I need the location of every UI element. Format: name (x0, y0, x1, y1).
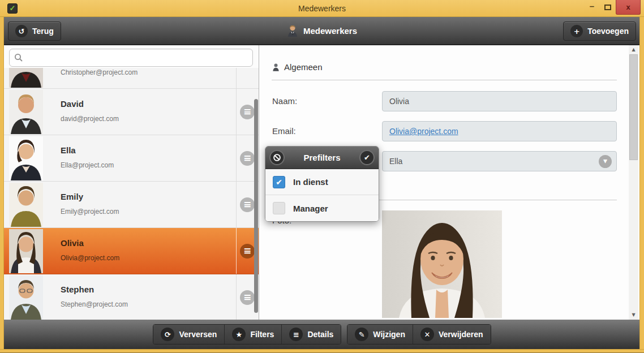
edit-button[interactable]: ✎ Wijzigen (347, 325, 413, 344)
email-field[interactable]: Olivia@project.com (382, 121, 617, 141)
section-header: Algemeen (272, 62, 323, 72)
back-button[interactable]: ↺ Terug (8, 21, 61, 41)
window-title: Medewerkers (0, 0, 644, 17)
details-label: Details (307, 330, 333, 339)
popup-header: Prefilters ✔ (265, 147, 379, 169)
window-frame-right (639, 17, 644, 353)
detail-scrollbar[interactable]: ▲ ▼ (629, 45, 638, 320)
list-actions-group: ⟳ Verversen ★ Filters ≡ Details (153, 324, 341, 345)
employee-email: Stephen@project.com (61, 300, 128, 308)
star-icon: ★ (232, 328, 246, 341)
list-item-stephen[interactable]: Stephen Stephen@project.com ≡ (4, 274, 259, 320)
add-button[interactable]: + Toevoegen (563, 21, 636, 41)
employee-email: Emily@project.com (61, 208, 119, 216)
employee-name: Stephen (61, 285, 94, 294)
refresh-button[interactable]: ⟳ Verversen (153, 325, 225, 344)
list-item-david[interactable]: David david@project.com ≡ (4, 89, 259, 135)
details-button[interactable]: ≡ Details (282, 325, 341, 344)
list-item-emily[interactable]: Emily Emily@project.com ≡ (4, 182, 259, 228)
naam-label: Naam: (272, 96, 297, 106)
checkbox-unchecked[interactable] (273, 202, 285, 214)
app-window: ✓ Medewerkers – x Medewerkers ↺ Terug + … (0, 0, 644, 353)
row-separator (236, 228, 237, 274)
chevron-down-icon: ▾ (599, 155, 612, 168)
confirm-icon[interactable]: ✔ (359, 150, 375, 165)
maximize-icon (604, 5, 611, 10)
option-manager[interactable]: Manager (265, 195, 379, 221)
checkbox-checked[interactable]: ✔ (273, 176, 285, 188)
employee-name: Emily (61, 192, 83, 201)
maximize-button[interactable] (600, 0, 616, 15)
scroll-down-icon[interactable]: ▼ (629, 311, 638, 320)
list-item-christopher[interactable]: Christopher Christopher@project.com ≡ (4, 68, 259, 89)
search-input[interactable] (27, 54, 248, 62)
row-menu-icon[interactable]: ≡ (240, 151, 255, 166)
window-frame-bottom (0, 349, 644, 353)
employee-name: David (61, 99, 84, 109)
employee-name: Ella (61, 145, 76, 155)
window-titlebar: ✓ Medewerkers – x (0, 0, 644, 17)
add-label: Toevoegen (587, 27, 629, 36)
detail-panel: Algemeen Naam: Olivia Email: Olivia@proj… (259, 45, 629, 320)
option-label: In dienst (293, 177, 328, 187)
pencil-icon: ✎ (355, 328, 368, 341)
close-button[interactable]: x (616, 0, 641, 15)
delete-button[interactable]: ✕ Verwijderen (413, 325, 491, 344)
cancel-icon[interactable] (269, 150, 285, 165)
section-title: Algemeen (284, 62, 323, 72)
naam-value: Olivia (389, 97, 409, 106)
minimize-button[interactable]: – (584, 0, 600, 15)
employee-email: Olivia@project.com (61, 254, 119, 262)
delete-label: Verwijderen (439, 330, 483, 339)
manager-dropdown[interactable]: Ella ▾ (382, 151, 617, 171)
option-in-dienst[interactable]: ✔ In dienst (265, 169, 379, 195)
edit-label: Wijzigen (373, 330, 405, 339)
list-scrollbar-thumb[interactable] (254, 99, 258, 313)
filters-button[interactable]: ★ Filters (225, 325, 282, 344)
prefilters-popup: Prefilters ✔ ✔ In dienst Manager (265, 146, 379, 222)
list-item-ella[interactable]: Ella Ella@project.com ≡ (4, 135, 259, 182)
employee-email: david@project.com (61, 115, 119, 123)
refresh-icon: ⟳ (161, 328, 174, 341)
window-controls: – x (584, 0, 641, 16)
popup-body: ✔ In dienst Manager (265, 169, 379, 221)
naam-field[interactable]: Olivia (382, 91, 617, 111)
search-box[interactable] (9, 49, 253, 67)
option-label: Manager (293, 204, 328, 213)
top-toolbar: Medewerkers ↺ Terug + Toevoegen (0, 17, 644, 45)
delete-icon: ✕ (420, 328, 434, 341)
plus-icon: + (570, 25, 583, 37)
refresh-label: Verversen (179, 330, 217, 339)
row-menu-icon[interactable]: ≡ (240, 244, 255, 259)
avatar (9, 90, 43, 134)
employee-email: Ella@project.com (61, 161, 114, 169)
row-menu-icon[interactable]: ≡ (240, 197, 255, 212)
avatar (9, 136, 43, 180)
list-item-olivia[interactable]: Olivia Olivia@project.com ≡ (4, 228, 259, 274)
back-label: Terug (32, 27, 54, 36)
page-title: Medewerkers (303, 26, 357, 36)
row-menu-icon[interactable]: ≡ (240, 105, 255, 119)
detail-scrollbar-thumb[interactable] (629, 54, 638, 160)
avatar (9, 229, 43, 273)
filters-label: Filters (250, 330, 274, 339)
row-separator (236, 89, 237, 135)
employee-icon (287, 24, 298, 37)
section-rule (272, 80, 617, 80)
email-label: Email: (272, 126, 296, 136)
employee-name: Olivia (61, 238, 84, 248)
details-icon: ≡ (289, 328, 303, 341)
row-separator (236, 274, 237, 320)
row-menu-icon[interactable]: ≡ (240, 290, 255, 305)
employee-email: Christopher@project.com (61, 68, 138, 76)
popup-title: Prefilters (285, 153, 359, 162)
bottom-toolbar: ⟳ Verversen ★ Filters ≡ Details ✎ Wijzig… (0, 320, 644, 349)
employee-list-panel: Christopher Christopher@project.com ≡ Da… (4, 45, 259, 320)
scroll-up-icon[interactable]: ▲ (629, 45, 638, 54)
person-icon (272, 63, 280, 71)
avatar (9, 68, 43, 88)
row-separator (236, 182, 237, 227)
email-link[interactable]: Olivia@project.com (389, 127, 458, 136)
item-actions-group: ✎ Wijzigen ✕ Verwijderen (347, 324, 491, 345)
row-separator (236, 135, 237, 181)
